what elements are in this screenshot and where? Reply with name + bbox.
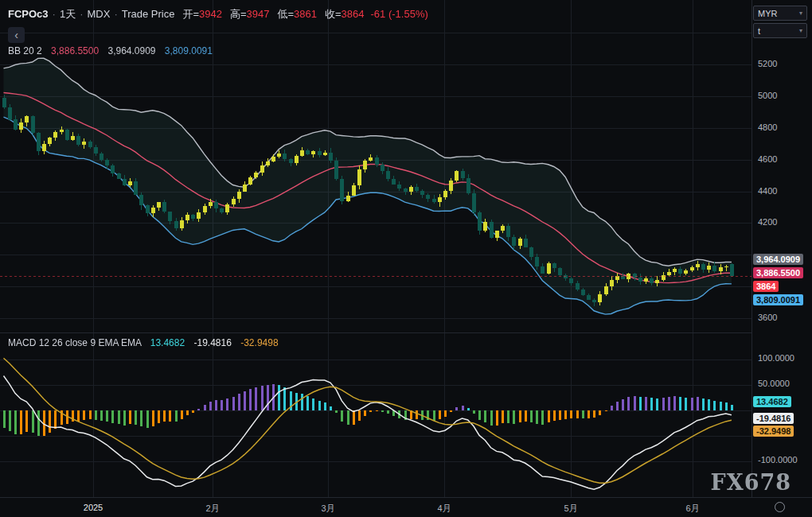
- high-label: 高=: [230, 8, 247, 20]
- bb-basis-value: 3,886.5500: [51, 45, 99, 56]
- separator-dot: ·: [114, 8, 117, 20]
- open-value: 3942: [199, 8, 222, 20]
- close-value: 3864: [342, 8, 365, 20]
- price-axis-label: 4800: [758, 122, 777, 132]
- exchange-label: MDX: [88, 8, 111, 20]
- macd-legend-title: MACD 12 26 close 9 EMA EMA: [8, 337, 141, 348]
- bb-lower-tag: 3,809.0091: [753, 294, 803, 305]
- macd-hist-tag: 13.4682: [753, 396, 791, 407]
- chevron-down-icon: ▾: [799, 10, 802, 17]
- macd-axis-label: 100.0000: [758, 353, 794, 363]
- high-value: 3947: [247, 8, 270, 20]
- price-axis-label: 5200: [758, 59, 777, 68]
- low-label: 低=: [277, 8, 294, 20]
- bb-upper-tag: 3,964.0909: [753, 254, 803, 265]
- low-value: 3861: [294, 8, 317, 20]
- fx678-watermark: FX678: [711, 470, 791, 495]
- price-scale[interactable]: 52005000480046004400420036003,964.09093,…: [751, 0, 812, 497]
- time-axis-label[interactable]: 2月: [205, 503, 219, 515]
- change-value: -61 (-1.55%): [371, 8, 428, 20]
- last-price-tag: 3864: [753, 281, 779, 292]
- macd-indicator-legend[interactable]: MACD 12 26 close 9 EMA EMA 13.4682 -19.4…: [8, 337, 279, 348]
- unit-value: t: [758, 26, 760, 36]
- series-type-label: Trade Price: [122, 8, 175, 20]
- bb-legend-title: BB 20 2: [8, 45, 42, 56]
- chevron-down-icon: ▾: [799, 27, 802, 34]
- time-axis-label[interactable]: 5月: [564, 503, 577, 515]
- macd-line-value: -19.4816: [193, 337, 231, 348]
- price-axis-label: 4600: [758, 154, 777, 164]
- bb-lower-value: 3,809.0091: [165, 45, 213, 56]
- symbol-name[interactable]: FCPOc3: [8, 8, 49, 20]
- bb-indicator-legend[interactable]: BB 20 2 3,886.5500 3,964.0909 3,809.0091: [8, 45, 213, 56]
- time-axis-label[interactable]: 3月: [321, 503, 334, 515]
- macd-axis-label: -100.0000: [758, 455, 798, 465]
- currency-value: MYR: [758, 9, 777, 18]
- time-axis-label[interactable]: 4月: [437, 503, 451, 515]
- bb-upper-value: 3,964.0909: [107, 45, 155, 56]
- back-button[interactable]: ‹: [8, 27, 25, 43]
- price-axis-label: 4400: [758, 186, 777, 196]
- macd-line-tag: -19.4816: [753, 413, 794, 424]
- interval-label[interactable]: 1天: [60, 8, 76, 20]
- unit-select[interactable]: t ▾: [753, 23, 807, 38]
- macd-histogram-value: 13.4682: [150, 337, 185, 348]
- price-axis-label: 4200: [758, 217, 777, 227]
- separator-dot: ·: [53, 8, 56, 20]
- bb-basis-tag: 3,886.5500: [753, 267, 803, 278]
- open-label: 开=: [182, 8, 199, 20]
- time-scale[interactable]: 20252月3月4月5月6月: [0, 497, 812, 517]
- time-axis-label[interactable]: 2025: [84, 503, 103, 512]
- chart-header: FCPOc3·1天·MDX·Trade Price开=3942高=3947低=3…: [8, 7, 428, 21]
- price-axis-label: 3600: [758, 313, 777, 322]
- time-axis-label[interactable]: 6月: [685, 503, 699, 515]
- chart-window: FCPOc3·1天·MDX·Trade Price开=3942高=3947低=3…: [0, 0, 812, 517]
- macd-signal-tag: -32.9498: [753, 426, 794, 437]
- currency-select[interactable]: MYR ▾: [753, 6, 807, 21]
- macd-chart-canvas[interactable]: [0, 332, 751, 497]
- close-label: 收=: [325, 8, 342, 20]
- price-axis-label: 5000: [758, 91, 777, 100]
- separator-dot: ·: [80, 8, 83, 20]
- macd-signal-value: -32.9498: [240, 337, 278, 348]
- macd-axis-label: 50.0000: [758, 379, 790, 388]
- time-axis-settings-icon[interactable]: [775, 502, 785, 512]
